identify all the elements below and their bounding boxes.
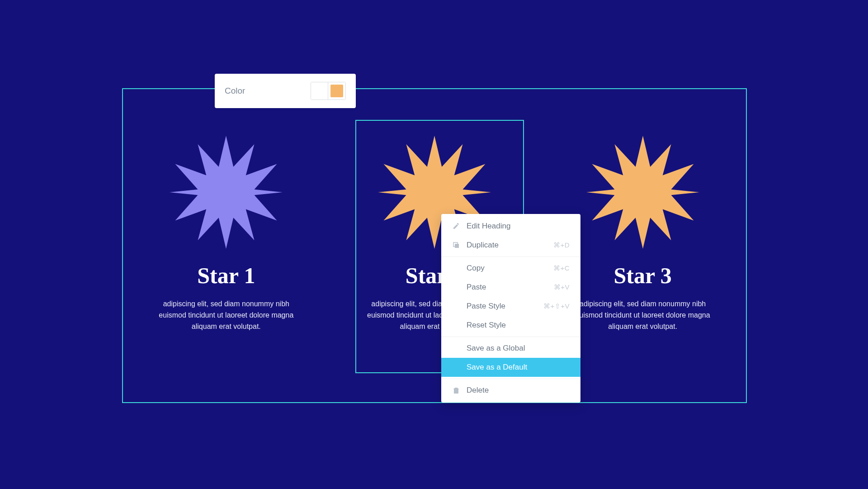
menu-item-label: Paste Style <box>467 302 505 311</box>
menu-item-label: Paste <box>467 283 486 292</box>
menu-item-duplicate[interactable]: Duplicate ⌘+D <box>441 236 580 255</box>
menu-divider <box>441 256 580 257</box>
menu-item-label: Save as a Global <box>467 344 525 353</box>
card-desc: adipiscing elit, sed diam nonummy nibh e… <box>154 299 298 332</box>
menu-item-save-global[interactable]: Save as a Global <box>441 339 580 358</box>
menu-shortcut: ⌘+D <box>553 241 570 249</box>
trash-icon <box>452 386 460 394</box>
menu-item-label: Copy <box>467 264 485 273</box>
menu-item-label: Delete <box>467 386 489 395</box>
svg-rect-2 <box>455 244 459 248</box>
menu-item-paste-style[interactable]: Paste Style ⌘+⇧+V <box>441 297 580 316</box>
menu-shortcut: ⌘+C <box>553 264 570 272</box>
menu-divider <box>441 337 580 337</box>
star-icon <box>586 136 699 249</box>
pencil-icon <box>452 222 460 230</box>
star-icon <box>170 136 283 249</box>
menu-item-label: Edit Heading <box>467 222 510 231</box>
menu-shortcut: ⌘+V <box>554 283 570 291</box>
duplicate-icon <box>452 241 460 249</box>
menu-item-reset-style[interactable]: Reset Style <box>441 316 580 335</box>
card-star-1[interactable]: Star 1 adipiscing elit, sed diam nonummy… <box>136 136 316 332</box>
color-swatch-white[interactable] <box>311 82 328 100</box>
menu-item-copy[interactable]: Copy ⌘+C <box>441 259 580 278</box>
menu-item-label: Duplicate <box>467 241 499 250</box>
color-swatch-group <box>311 82 346 100</box>
menu-item-save-default[interactable]: Save as a Default <box>441 358 580 377</box>
menu-shortcut: ⌘+⇧+V <box>543 302 570 310</box>
menu-item-paste[interactable]: Paste ⌘+V <box>441 278 580 297</box>
menu-item-label: Save as a Default <box>467 363 527 372</box>
color-swatch-orange[interactable] <box>328 82 345 100</box>
context-menu: Edit Heading Duplicate ⌘+D Copy ⌘+C Past… <box>441 214 580 403</box>
menu-divider <box>441 379 580 379</box>
menu-item-edit-heading[interactable]: Edit Heading <box>441 217 580 236</box>
card-desc: adipiscing elit, sed diam nonummy nibh e… <box>571 299 715 332</box>
color-panel-label: Color <box>225 86 245 96</box>
card-row: Star 1 adipiscing elit, sed diam nonummy… <box>122 136 747 332</box>
menu-item-label: Reset Style <box>467 321 506 330</box>
menu-item-delete[interactable]: Delete <box>441 381 580 400</box>
color-panel: Color <box>215 74 356 108</box>
color-swatch-orange-fill <box>330 85 343 97</box>
card-title: Star 1 <box>136 262 316 289</box>
